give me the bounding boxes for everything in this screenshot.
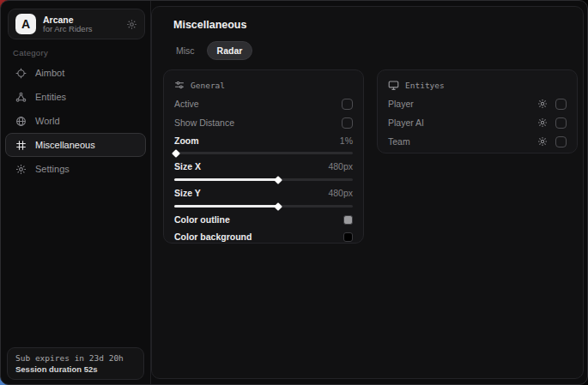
size-y-slider-thumb[interactable] [274, 202, 282, 211]
monitor-icon [388, 80, 399, 91]
sidebar-item-aimbot[interactable]: Aimbot [5, 61, 146, 85]
player-checkbox[interactable] [555, 99, 567, 110]
player-ai-settings-gear-icon[interactable] [537, 117, 548, 128]
size-y-value: 480px [328, 188, 353, 198]
sidebar-item-label: Miscellaneous [35, 140, 95, 150]
crosshair-icon [15, 68, 27, 79]
color-outline-row: Color outline [174, 211, 353, 228]
show-distance-row: Show Distance [174, 113, 353, 132]
zoom-slider[interactable] [174, 148, 353, 158]
tab-misc[interactable]: Misc [166, 41, 205, 60]
active-label: Active [174, 99, 199, 109]
sliders-icon [174, 80, 185, 90]
sidebar-nav: Aimbot Entities World [5, 61, 146, 181]
sidebar-item-label: Aimbot [35, 68, 64, 78]
sidebar-item-miscellaneous[interactable]: Miscellaneous [5, 133, 146, 157]
show-distance-checkbox[interactable] [342, 117, 353, 129]
entities-panel-header: Entityes [388, 75, 567, 94]
gear-icon [15, 164, 27, 175]
tab-radar[interactable]: Radar [207, 41, 253, 60]
sidebar: A Arcane for Arc Riders Category [1, 1, 151, 384]
player-settings-gear-icon[interactable] [537, 99, 548, 109]
grid-icon [15, 140, 27, 151]
session-duration-text: Session duration 52s [15, 364, 136, 374]
color-outline-swatch[interactable] [343, 215, 353, 225]
player-ai-row: Player AI [388, 113, 567, 132]
brand-name: Arcane [43, 15, 126, 25]
sidebar-item-label: World [35, 116, 60, 126]
brand-logo: A [15, 14, 36, 34]
entities-icon [15, 92, 27, 103]
subscription-card: Sub expires in 23d 20h Session duration … [7, 347, 144, 380]
general-panel: General Active Show Distance Zoom 1% [163, 69, 364, 244]
player-row: Player [388, 94, 567, 113]
brand-card: A Arcane for Arc Riders [8, 9, 145, 39]
player-ai-checkbox[interactable] [555, 117, 567, 129]
app-window: A Arcane for Arc Riders Category [0, 0, 588, 385]
size-x-label: Size X [174, 161, 201, 171]
sidebar-item-settings[interactable]: Settings [5, 157, 146, 181]
zoom-label: Zoom [174, 135, 199, 146]
entities-panel: Entityes Player Player AI [377, 69, 578, 153]
sidebar-item-entities[interactable]: Entities [5, 85, 146, 109]
color-outline-label: Color outline [174, 214, 230, 225]
general-panel-header: General [174, 75, 353, 94]
player-label: Player [388, 99, 414, 109]
entities-panel-title: Entityes [405, 81, 445, 90]
sub-expiry-text: Sub expires in 23d 20h [15, 353, 136, 363]
main-panel: Miscellaneous Misc Radar General Active [151, 6, 584, 379]
active-checkbox[interactable] [342, 99, 353, 110]
color-background-label: Color background [174, 232, 252, 242]
zoom-value: 1% [340, 135, 353, 146]
size-x-slider-thumb[interactable] [274, 176, 282, 184]
brand-subtitle: for Arc Riders [43, 25, 126, 34]
zoom-slider-thumb[interactable] [172, 149, 180, 158]
active-row: Active [174, 94, 353, 113]
sidebar-item-label: Entities [35, 92, 66, 102]
page-title: Miscellaneous [173, 19, 246, 31]
size-x-slider[interactable] [174, 175, 353, 184]
team-label: Team [388, 136, 410, 147]
team-row: Team [388, 132, 567, 151]
general-panel-title: General [191, 81, 225, 90]
globe-icon [15, 116, 27, 127]
color-background-swatch[interactable] [343, 232, 353, 242]
team-settings-gear-icon[interactable] [537, 136, 548, 147]
team-checkbox[interactable] [555, 136, 567, 147]
show-distance-label: Show Distance [174, 117, 234, 128]
color-background-row: Color background [174, 228, 353, 245]
size-y-row: Size Y 480px [174, 184, 353, 202]
size-x-row: Size X 480px [174, 158, 353, 175]
brand-gear-icon[interactable] [126, 19, 137, 30]
category-label: Category [13, 48, 48, 57]
tab-bar: Misc Radar [166, 41, 252, 60]
size-y-slider[interactable] [174, 202, 353, 211]
sidebar-item-world[interactable]: World [5, 109, 146, 133]
sidebar-item-label: Settings [35, 164, 70, 174]
player-ai-label: Player AI [388, 117, 424, 128]
size-x-value: 480px [328, 161, 353, 171]
size-y-label: Size Y [174, 188, 201, 198]
zoom-row: Zoom 1% [174, 132, 353, 148]
